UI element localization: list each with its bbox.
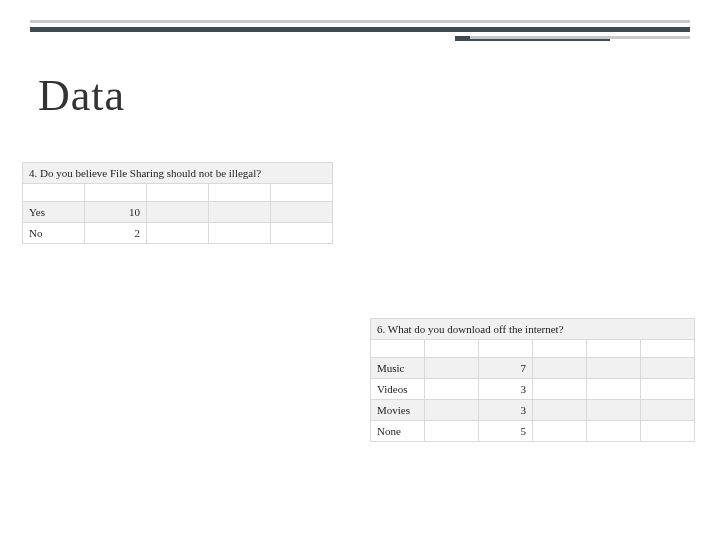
page-title: Data: [38, 70, 125, 121]
row-label: Videos: [371, 379, 425, 400]
table-row: None 5: [371, 421, 695, 442]
table-row: No 2: [23, 223, 333, 244]
row-label: Yes: [23, 202, 85, 223]
row-label: None: [371, 421, 425, 442]
table-row: 4. Do you believe File Sharing should no…: [23, 163, 333, 184]
question-text: 6. What do you download off the internet…: [371, 319, 695, 340]
table-row: Yes 10: [23, 202, 333, 223]
decor-line-grey-top: [30, 20, 690, 23]
table-row: Videos 3: [371, 379, 695, 400]
row-value: 7: [479, 358, 533, 379]
row-value: 3: [479, 400, 533, 421]
table-row: Movies 3: [371, 400, 695, 421]
table-row: Music 7: [371, 358, 695, 379]
decor-line-dark-top: [30, 27, 690, 32]
table-row: [23, 184, 333, 202]
row-label: No: [23, 223, 85, 244]
table-row: [371, 340, 695, 358]
row-value: 5: [479, 421, 533, 442]
row-label: Music: [371, 358, 425, 379]
row-value: 3: [479, 379, 533, 400]
row-value: 10: [85, 202, 147, 223]
row-label: Movies: [371, 400, 425, 421]
table-question-6: 6. What do you download off the internet…: [370, 318, 695, 442]
question-text: 4. Do you believe File Sharing should no…: [23, 163, 333, 184]
table-row: 6. What do you download off the internet…: [371, 319, 695, 340]
table-question-4: 4. Do you believe File Sharing should no…: [22, 162, 333, 244]
decor-line-grey-right: [470, 36, 690, 39]
row-value: 2: [85, 223, 147, 244]
